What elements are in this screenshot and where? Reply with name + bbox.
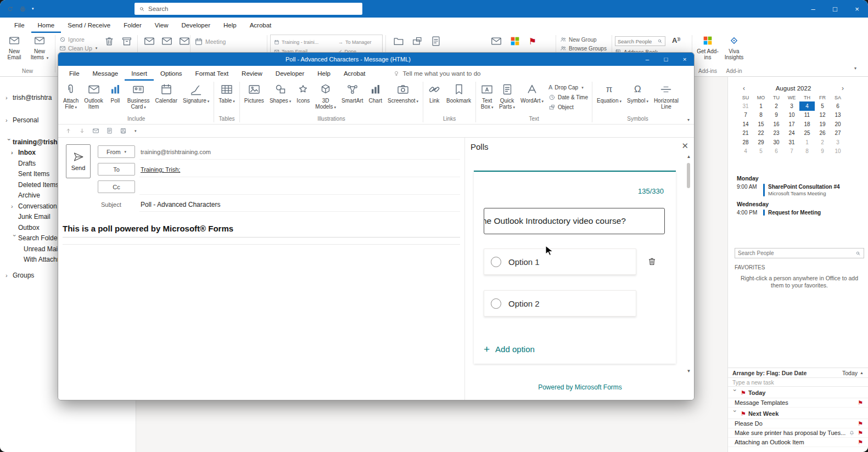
ribbon-table-button[interactable]: Table▾ bbox=[216, 81, 237, 104]
calendar-day[interactable]: 9 bbox=[769, 111, 784, 120]
calendar-day[interactable]: 1 bbox=[799, 138, 815, 147]
scrollbar-thumb[interactable] bbox=[687, 163, 690, 188]
ribbon-smartart-button[interactable]: SmartArt bbox=[339, 81, 366, 104]
calendar-day[interactable]: 17 bbox=[784, 120, 799, 129]
calendar-day[interactable]: 29 bbox=[753, 138, 769, 147]
task-row[interactable]: Attaching an Outlook Item⚑ bbox=[728, 438, 868, 447]
calendar-day[interactable]: 18 bbox=[799, 120, 815, 129]
tab-home[interactable]: Home bbox=[31, 18, 61, 33]
task-row[interactable]: Please Do⚑ bbox=[728, 419, 868, 428]
maximize-button[interactable]: □ bbox=[657, 53, 675, 66]
ribbon-collapse-icon[interactable]: ▾ bbox=[854, 66, 856, 71]
ribbon-symbol-button[interactable]: ΩSymbol▾ bbox=[624, 81, 651, 104]
calendar-day[interactable]: 4 bbox=[738, 147, 753, 156]
calendar-day[interactable]: 23 bbox=[769, 129, 784, 138]
ribbon-calendar-button[interactable]: Calendar bbox=[152, 81, 180, 104]
calendar-day[interactable]: 12 bbox=[815, 111, 830, 120]
calendar-day[interactable]: 21 bbox=[738, 129, 753, 138]
ribbon-signature-button[interactable]: Signature▾ bbox=[180, 81, 212, 104]
calendar-next-icon[interactable]: › bbox=[837, 84, 849, 92]
ribbon-link-button[interactable]: Link bbox=[425, 81, 444, 104]
ribbon-business-card-button[interactable]: BusinessCard▾ bbox=[125, 81, 153, 110]
quickstep-to-manager[interactable]: →To Manager bbox=[338, 37, 384, 47]
radio-icon[interactable] bbox=[491, 298, 501, 309]
calendar-day[interactable]: 31 bbox=[738, 101, 753, 111]
calendar-day[interactable]: 6 bbox=[769, 147, 784, 156]
polls-scrollbar[interactable]: ▲ ▼ bbox=[685, 154, 692, 374]
ribbon-chart-button[interactable]: Chart bbox=[366, 81, 385, 104]
save-icon[interactable] bbox=[120, 127, 127, 134]
calendar-day[interactable]: 5 bbox=[815, 101, 830, 111]
tab-acrobat[interactable]: Acrobat bbox=[243, 18, 278, 33]
calendar-day[interactable]: 4 bbox=[799, 101, 815, 111]
ribbon-3d-models-button[interactable]: 3DModels▾ bbox=[312, 81, 339, 110]
read-aloud-button[interactable]: A))) bbox=[672, 36, 680, 44]
calendar-day[interactable]: 14 bbox=[738, 120, 753, 129]
poll-question-input[interactable]: he Outlook Introductory video course? bbox=[484, 208, 665, 234]
ribbon-shapes-button[interactable]: Shapes▾ bbox=[267, 81, 294, 104]
calendar-day[interactable]: 2 bbox=[815, 138, 830, 147]
ribbon-text-box-button[interactable]: TextBox▾ bbox=[478, 81, 496, 110]
compose-tab-options[interactable]: Options bbox=[154, 66, 189, 81]
archive-button[interactable] bbox=[119, 35, 135, 47]
ribbon-attach-file-button[interactable]: AttachFile▾ bbox=[60, 81, 81, 110]
calendar-day[interactable]: 19 bbox=[815, 120, 830, 129]
calendar-day[interactable]: 6 bbox=[830, 101, 845, 111]
get-add-ins-button[interactable]: Get Add-ins bbox=[695, 35, 720, 60]
scroll-up-icon[interactable]: ▲ bbox=[685, 154, 692, 159]
compose-tab-review[interactable]: Review bbox=[235, 66, 269, 81]
calendar-day[interactable]: 30 bbox=[769, 138, 784, 147]
agenda-event[interactable]: 4:00 PMRequest for Meeting bbox=[737, 209, 861, 216]
calendar-day[interactable]: 26 bbox=[815, 129, 830, 138]
tab-help[interactable]: Help bbox=[217, 18, 243, 33]
ignore-button[interactable]: Ignore bbox=[59, 36, 85, 43]
ribbon-icons-button[interactable]: Icons bbox=[294, 81, 312, 104]
ribbon-collapse-icon[interactable]: ▾ bbox=[687, 117, 690, 122]
ribbon-object-button[interactable]: Object bbox=[548, 103, 588, 111]
search-input[interactable]: Search bbox=[135, 3, 362, 15]
print-icon[interactable] bbox=[19, 5, 26, 13]
rules-button[interactable] bbox=[410, 35, 425, 47]
calendar-day[interactable]: 7 bbox=[784, 147, 799, 156]
minimize-button[interactable]: – bbox=[802, 0, 824, 18]
meeting-button[interactable]: Meeting bbox=[194, 37, 226, 46]
ribbon-poll-button[interactable]: Poll bbox=[106, 81, 125, 104]
clean-up-button[interactable]: Clean Up▾ bbox=[59, 45, 97, 52]
subject-value[interactable]: Poll - Advanced Characters bbox=[141, 201, 220, 208]
qat-customize-caret-icon[interactable]: ▾ bbox=[32, 7, 34, 11]
flag-icon[interactable]: ⚑ bbox=[858, 420, 863, 427]
add-option-button[interactable]: + Add option bbox=[484, 344, 535, 354]
from-value[interactable]: training@trishtraining.com bbox=[141, 149, 211, 155]
message-body[interactable]: This is a poll powered by Microsoft® For… bbox=[58, 220, 464, 400]
tab-file[interactable]: File bbox=[8, 18, 31, 33]
move-up-icon[interactable] bbox=[65, 127, 72, 134]
search-people-input[interactable]: Search People bbox=[615, 36, 665, 46]
task-row[interactable]: Make sure printer has proposal by Tues..… bbox=[728, 428, 868, 438]
compose-tab-format-text[interactable]: Format Text bbox=[189, 66, 236, 81]
close-polls-icon[interactable]: ✕ bbox=[681, 141, 688, 151]
calendar-day[interactable]: 8 bbox=[753, 111, 769, 120]
radio-icon[interactable] bbox=[491, 257, 501, 267]
tab-view[interactable]: View bbox=[148, 18, 175, 33]
new-group-button[interactable]: New Group bbox=[560, 36, 597, 43]
onenote-button[interactable] bbox=[428, 35, 444, 47]
send-button[interactable]: Send bbox=[66, 144, 91, 178]
ribbon-equation-button[interactable]: πEquation▾ bbox=[594, 81, 624, 104]
from-button[interactable]: From▾ bbox=[98, 145, 135, 158]
calendar-day[interactable]: 8 bbox=[799, 147, 815, 156]
calendar-day[interactable]: 2 bbox=[769, 101, 784, 111]
delete-button[interactable] bbox=[101, 35, 117, 47]
compose-tab-developer[interactable]: Developer bbox=[269, 66, 311, 81]
minimize-button[interactable]: – bbox=[638, 53, 657, 66]
calendar-day[interactable]: 13 bbox=[830, 111, 845, 120]
calendar-day[interactable]: 1 bbox=[753, 101, 769, 111]
reply-button[interactable] bbox=[142, 35, 157, 47]
poll-option-row[interactable]: Option 2 bbox=[484, 290, 636, 317]
ribbon-pictures-button[interactable]: Pictures bbox=[242, 81, 267, 104]
categorize-button[interactable] bbox=[507, 35, 523, 47]
close-button[interactable]: × bbox=[846, 0, 868, 18]
follow-up-button[interactable]: ⚑ bbox=[526, 36, 539, 47]
calendar-day[interactable]: 27 bbox=[830, 129, 845, 138]
send-receive-icon[interactable] bbox=[7, 5, 14, 13]
move-button[interactable] bbox=[391, 35, 406, 47]
